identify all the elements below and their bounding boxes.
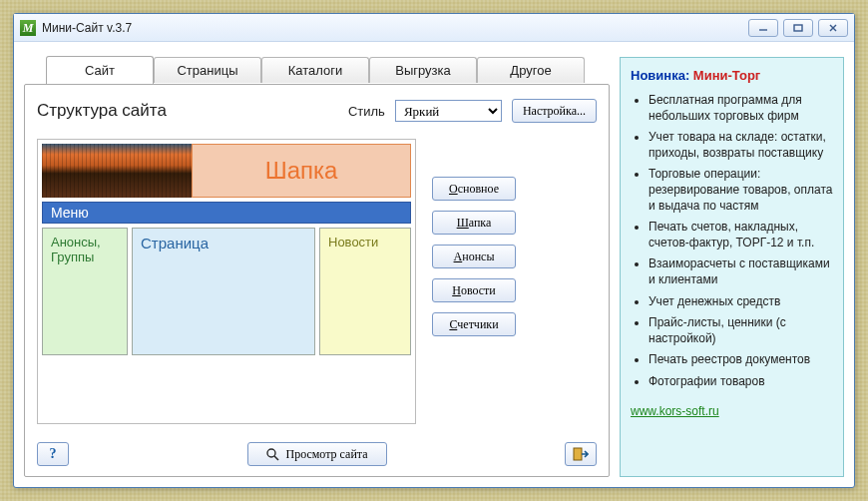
promo-item: Торговые операции: резервирование товаро… bbox=[649, 167, 833, 214]
svg-rect-6 bbox=[574, 448, 582, 460]
promo-item: Печать реестров документов bbox=[649, 352, 833, 368]
close-button[interactable] bbox=[818, 19, 848, 37]
help-button[interactable]: ? bbox=[37, 442, 69, 466]
mockup-col-news: Новости bbox=[319, 228, 411, 355]
mockup-menu: Меню bbox=[42, 202, 411, 224]
mockup-header-image bbox=[42, 144, 192, 198]
tab-strip: Сайт Страницы Каталоги Выгрузка Другое bbox=[24, 56, 610, 84]
svg-rect-1 bbox=[794, 25, 802, 31]
magnifier-icon bbox=[265, 447, 279, 461]
promo-item: Фотографии товаров bbox=[649, 374, 833, 390]
promo-item: Взаиморасчеты с поставщиками и клиентами bbox=[649, 256, 833, 287]
maximize-button[interactable] bbox=[783, 19, 813, 37]
section-buttons: Основное Шапка Анонсы Новости Счетчики bbox=[432, 177, 516, 424]
promo-item: Печать счетов, накладных, счетов-фактур,… bbox=[649, 220, 833, 250]
minimize-button[interactable] bbox=[748, 19, 778, 37]
app-icon: M bbox=[20, 20, 36, 36]
site-mockup: Шапка Меню Анонсы,Группы Страница Новост… bbox=[37, 139, 416, 424]
mockup-header-caption: Шапка bbox=[192, 144, 411, 198]
tab-export[interactable]: Выгрузка bbox=[369, 57, 477, 83]
style-select[interactable]: Яркий bbox=[395, 100, 502, 122]
promo-panel: Новинка: Мини-Торг Бесплатная программа … bbox=[620, 57, 844, 477]
tab-catalogs[interactable]: Каталоги bbox=[261, 57, 369, 83]
exit-button[interactable] bbox=[565, 442, 597, 466]
titlebar: M Мини-Сайт v.3.7 bbox=[14, 14, 854, 42]
mockup-col-anons: Анонсы,Группы bbox=[42, 228, 128, 355]
promo-heading: Новинка: Мини-Торг bbox=[631, 68, 833, 83]
svg-point-4 bbox=[267, 449, 275, 457]
tab-other[interactable]: Другое bbox=[477, 57, 585, 83]
mockup-col-page: Страница bbox=[132, 228, 315, 355]
help-icon: ? bbox=[50, 446, 57, 462]
app-window: M Мини-Сайт v.3.7 Сайт Страницы Каталоги… bbox=[13, 13, 855, 488]
tab-page-site: Структура сайта Стиль Яркий Настройка...… bbox=[24, 84, 610, 477]
exit-icon bbox=[573, 447, 589, 461]
promo-item: Бесплатная программа для небольших торго… bbox=[649, 93, 833, 124]
promo-item: Учет товара на складе: остатки, приходы,… bbox=[649, 130, 833, 161]
page-heading: Структура сайта bbox=[37, 101, 338, 121]
btn-main[interactable]: Основное bbox=[432, 177, 516, 201]
tab-pages[interactable]: Страницы bbox=[154, 57, 261, 83]
preview-button[interactable]: Просмотр сайта bbox=[247, 442, 387, 466]
svg-line-5 bbox=[274, 456, 278, 460]
btn-anons[interactable]: Анонсы bbox=[432, 245, 516, 268]
style-label: Стиль bbox=[348, 104, 385, 119]
promo-list: Бесплатная программа для небольших торго… bbox=[631, 93, 833, 390]
promo-item: Учет денежных средств bbox=[649, 294, 833, 310]
tab-site[interactable]: Сайт bbox=[46, 56, 154, 84]
settings-button[interactable]: Настройка... bbox=[512, 99, 597, 123]
window-title: Мини-Сайт v.3.7 bbox=[42, 21, 748, 35]
btn-counters[interactable]: Счетчики bbox=[432, 312, 516, 336]
promo-link[interactable]: www.kors-soft.ru bbox=[631, 404, 719, 418]
promo-item: Прайс-листы, ценники (с настройкой) bbox=[649, 315, 833, 346]
window-controls bbox=[748, 19, 848, 37]
btn-header[interactable]: Шапка bbox=[432, 211, 516, 235]
btn-news[interactable]: Новости bbox=[432, 278, 516, 302]
